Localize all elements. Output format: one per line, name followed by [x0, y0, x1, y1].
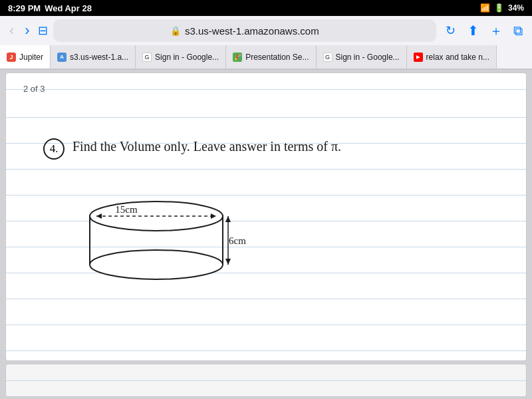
tab-label-s3: s3.us-west-1.a...: [70, 53, 128, 62]
back-button[interactable]: ‹: [7, 22, 17, 39]
svg-point-0: [90, 250, 223, 279]
tab-label-youtube: relax and take n...: [426, 53, 489, 62]
browser-chrome: ‹ › ⊟ 🔒 s3.us-west-1.amazonaws.com ↻ ⬆ ＋…: [0, 16, 532, 70]
status-right: 📶 🔋 34%: [480, 3, 524, 13]
page-content: 2 of 3 4. Find the Volume only. Leave an…: [0, 70, 532, 399]
worksheet-content: 2 of 3 4. Find the Volume only. Leave an…: [17, 78, 515, 355]
tabs-bar: J Jupiter A s3.us-west-1.a... G Sign in …: [0, 45, 532, 69]
status-bar: 8:29 PM Wed Apr 28 📶 🔋 34%: [0, 0, 532, 16]
lock-icon: 🔒: [170, 26, 181, 36]
share-button[interactable]: ⬆: [465, 23, 481, 39]
question-number: 4.: [43, 138, 65, 160]
tab-label-presentation: Presentation Se...: [245, 53, 309, 62]
tab-favicon-google2: G: [323, 53, 332, 62]
address-bar[interactable]: 🔒 s3.us-west-1.amazonaws.com: [53, 19, 436, 42]
battery-icon: 🔋: [494, 3, 504, 13]
svg-text:15cm: 15cm: [115, 204, 138, 215]
status-left: 8:29 PM Wed Apr 28: [8, 3, 92, 13]
tab-label-google1: Sign in - Google...: [155, 53, 219, 62]
time: 8:29 PM: [8, 3, 41, 13]
tab-label-jupiter: Jupiter: [19, 53, 43, 62]
forward-button[interactable]: ›: [22, 22, 32, 39]
tab-label-google2: Sign in - Google...: [336, 53, 400, 62]
tab-youtube[interactable]: ▶ relax and take n...: [407, 45, 497, 68]
battery-percent: 34%: [508, 3, 524, 13]
page-bottom: [5, 364, 527, 397]
tab-s3[interactable]: A s3.us-west-1.a...: [51, 45, 136, 68]
tab-favicon-presentation: 🎉: [233, 53, 242, 62]
tab-favicon-youtube: ▶: [414, 53, 423, 62]
svg-text:6cm: 6cm: [229, 235, 246, 246]
svg-marker-11: [225, 259, 231, 265]
tab-presentation[interactable]: 🎉 Presentation Se...: [226, 45, 316, 68]
new-tab-button[interactable]: ＋: [487, 22, 505, 40]
tab-google1[interactable]: G Sign in - Google...: [136, 45, 226, 68]
worksheet-page: 2 of 3 4. Find the Volume only. Leave an…: [5, 72, 527, 361]
cylinder-svg: 15cm 6cm: [63, 180, 249, 286]
svg-marker-10: [225, 216, 231, 222]
question-text: Find the Volume only. Leave answer in te…: [72, 137, 341, 156]
cylinder-diagram: 15cm 6cm: [63, 180, 249, 286]
page-bottom-lines: [6, 364, 526, 396]
tab-favicon-s3: A: [57, 53, 66, 62]
nav-bar: ‹ › ⊟ 🔒 s3.us-west-1.amazonaws.com ↻ ⬆ ＋…: [0, 16, 532, 45]
url-text: s3.us-west-1.amazonaws.com: [185, 25, 319, 37]
tab-favicon-jupiter: J: [7, 53, 16, 62]
tab-favicon-google1: G: [142, 53, 152, 62]
question-4: 4. Find the Volume only. Leave answer in…: [43, 137, 502, 160]
tab-google2[interactable]: G Sign in - Google...: [317, 45, 407, 68]
reader-mode-button[interactable]: ⊟: [38, 23, 48, 38]
tab-jupiter[interactable]: J Jupiter: [0, 45, 51, 68]
wifi-icon: 📶: [480, 3, 490, 13]
page-number: 2 of 3: [23, 84, 45, 94]
reload-button[interactable]: ↻: [442, 23, 460, 38]
date: Wed Apr 28: [45, 3, 92, 13]
tabs-button[interactable]: ⧉: [511, 23, 525, 39]
